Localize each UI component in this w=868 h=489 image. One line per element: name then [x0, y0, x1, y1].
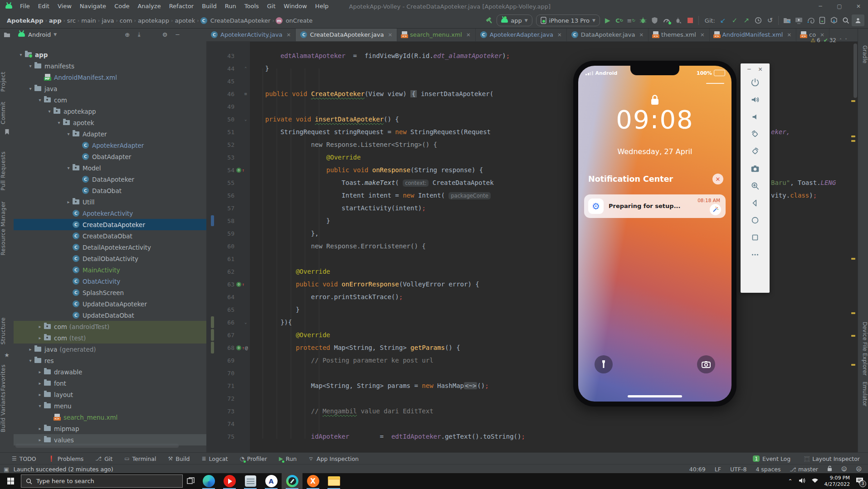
tab-themes-xml[interactable]: <>themes.xml✕ — [649, 28, 710, 41]
chevron-right-icon[interactable]: ▸ — [27, 347, 34, 352]
tree-item-createdataapoteker[interactable]: CCreateDataApoteker — [14, 219, 206, 230]
tool-strip-resource-manager[interactable]: Resource Manager — [0, 201, 14, 255]
running-devices-button[interactable] — [793, 15, 805, 26]
indent-setting[interactable]: 4 spaces — [756, 466, 780, 473]
stop-button[interactable] — [684, 15, 696, 26]
tool-window-button-terminal[interactable]: ▭Terminal — [124, 455, 156, 462]
menu-item-edit[interactable]: Edit — [34, 0, 54, 13]
taskbar-app-file-explorer[interactable] — [323, 473, 344, 489]
tab-createdataapoteker-java[interactable]: CCreateDataApoteker.java✕ — [296, 28, 397, 41]
emulator-screen[interactable]: Android 100% 09:08 Wednesday, 27 April N… — [578, 66, 731, 402]
run-button[interactable]: ▶ — [602, 15, 614, 26]
tree-item-drawable[interactable]: ▸drawable — [14, 366, 206, 378]
tool-strip-emulator[interactable]: Emulator — [858, 382, 868, 407]
editor-scrollbar[interactable] — [853, 44, 857, 98]
favorites-star-icon[interactable]: ★ — [3, 352, 10, 359]
tree-item-apotekeradapter[interactable]: CApotekerAdapter — [14, 140, 206, 151]
tree-item-java-generated[interactable]: ▸java(generated) — [14, 344, 206, 355]
menu-item-git[interactable]: Git — [263, 0, 280, 13]
tool-strip-structure[interactable]: Structure — [0, 317, 14, 344]
tree-item-obatadapter[interactable]: CObatAdapter — [14, 151, 206, 162]
settings-gear-icon[interactable]: ⚙ — [162, 31, 168, 38]
override-gutter-icon[interactable]: o↑ — [236, 282, 244, 287]
breadcrumb-item-app[interactable]: app — [48, 17, 63, 24]
emulator-volume-down-button[interactable] — [747, 109, 763, 125]
fold-marker[interactable]: ⌄ — [244, 117, 247, 121]
chevron-right-icon[interactable]: ▸ — [36, 369, 44, 374]
breadcrumb-item-apotekapp[interactable]: apotekapp — [137, 17, 171, 24]
tree-item-search-menu-xml[interactable]: <>search_menu.xml — [14, 412, 206, 423]
emulator-overview-button[interactable] — [747, 229, 763, 246]
attach-debugger-button[interactable] — [649, 15, 661, 26]
tool-strip-gradle[interactable]: Gradle — [858, 45, 868, 63]
tab-close-icon[interactable]: ✕ — [466, 32, 471, 38]
start-button[interactable] — [0, 473, 21, 489]
tab-apotekeractivity-java[interactable]: CApotekerActivity.java✕ — [206, 28, 296, 41]
line-separator[interactable]: LF — [715, 466, 721, 473]
git-update-button[interactable]: ↙ — [717, 15, 729, 26]
override-gutter-icon[interactable]: o↑ — [236, 168, 244, 173]
menu-item-window[interactable]: Window — [280, 0, 311, 13]
menu-item-analyze[interactable]: Analyze — [133, 0, 165, 13]
tool-window-button-profiler[interactable]: ◔Profiler — [239, 455, 267, 462]
chevron-down-icon[interactable]: ▾ — [36, 403, 44, 408]
tool-strip-build-variants[interactable]: Build Variants — [0, 392, 14, 432]
taskbar-app-android-studio[interactable] — [282, 473, 302, 489]
fold-marker[interactable]: ⌄ — [244, 320, 247, 324]
tab-close-icon[interactable]: ✕ — [639, 32, 644, 38]
emulator-rotate-left-button[interactable] — [747, 126, 763, 142]
emulator-window[interactable]: Android 100% 09:08 Wednesday, 27 April N… — [573, 61, 736, 407]
chevron-right-icon[interactable]: ▸ — [36, 392, 44, 397]
emulator-back-button[interactable] — [747, 195, 763, 211]
locate-file-icon[interactable]: ⊕ — [125, 31, 130, 38]
tool-strip-pull-requests[interactable]: Pull Requests — [0, 151, 14, 191]
tree-item-model[interactable]: ▾Model — [14, 162, 206, 174]
breadcrumb-item-createdataapoteker[interactable]: CreateDataApoteker — [209, 17, 272, 24]
tab-close-icon[interactable]: ✕ — [287, 32, 291, 38]
chevron-down-icon[interactable]: ▾ — [65, 165, 72, 170]
tree-item-splashscreen[interactable]: CSplashScreen — [14, 287, 206, 298]
wifi-icon[interactable] — [811, 478, 819, 484]
tool-window-button-layout-inspector[interactable]: ⿴Layout Inspector — [804, 455, 860, 463]
menu-item-run[interactable]: Run — [221, 0, 240, 13]
emulator-zoom-button[interactable] — [747, 178, 763, 194]
tool-window-button-run[interactable]: ▶Run — [279, 455, 297, 462]
next-issue-icon[interactable]: ˅ — [845, 38, 847, 43]
tab-search-menu-xml[interactable]: <>search_menu.xml✕ — [397, 28, 476, 41]
breadcrumb-item-com[interactable]: com — [118, 17, 134, 24]
emulator-minimize-button[interactable]: ─ — [747, 66, 751, 73]
search-everywhere-button[interactable] — [840, 15, 852, 26]
menu-item-refactor[interactable]: Refactor — [165, 0, 198, 13]
tree-item-menu[interactable]: ▾menu — [14, 400, 206, 412]
chevron-down-icon[interactable]: ▾ — [55, 120, 63, 125]
menu-item-build[interactable]: Build — [198, 0, 221, 13]
maximize-window-button[interactable]: ▢ — [830, 0, 849, 13]
tree-item-apotekapp[interactable]: ▾apotekapp — [14, 106, 206, 117]
breadcrumb-item-oncreate[interactable]: onCreate — [284, 17, 314, 24]
tree-item-com-test[interactable]: ▸com(test) — [14, 332, 206, 344]
tool-window-button-event-log[interactable]: 1Event Log — [753, 455, 790, 462]
tree-item-com-androidtest[interactable]: ▸com(androidTest) — [14, 321, 206, 332]
chevron-down-icon[interactable]: ▾ — [27, 358, 34, 363]
menu-item-help[interactable]: Help — [311, 0, 333, 13]
chevron-down-icon[interactable]: ▾ — [46, 109, 53, 114]
emulator-home-button[interactable] — [747, 212, 763, 228]
taskbar-app-notes[interactable] — [240, 473, 261, 489]
feedback-happy-icon[interactable]: ☺ — [841, 466, 847, 472]
tab-close-icon[interactable]: ✕ — [700, 32, 705, 38]
build-hammer-icon[interactable] — [483, 15, 495, 26]
chevron-right-icon[interactable]: ▸ — [36, 426, 44, 431]
chevron-right-icon[interactable]: ▸ — [65, 199, 72, 204]
home-indicator[interactable] — [628, 395, 682, 397]
git-history-icon[interactable] — [752, 15, 764, 26]
tool-window-button-problems[interactable]: ❗Problems — [48, 455, 84, 462]
project-folder-icon[interactable] — [3, 32, 10, 39]
volume-icon[interactable] — [799, 478, 805, 485]
emulator-rotate-right-button[interactable] — [747, 143, 763, 160]
tool-strip-commit[interactable]: Commit — [0, 102, 14, 124]
tree-item-com[interactable]: ▾com — [14, 94, 206, 106]
menu-item-tools[interactable]: Tools — [240, 0, 263, 13]
chevron-down-icon[interactable]: ▾ — [27, 86, 34, 91]
tool-strip-project[interactable]: Project — [0, 72, 14, 92]
chevron-down-icon[interactable]: ▾ — [36, 97, 44, 102]
